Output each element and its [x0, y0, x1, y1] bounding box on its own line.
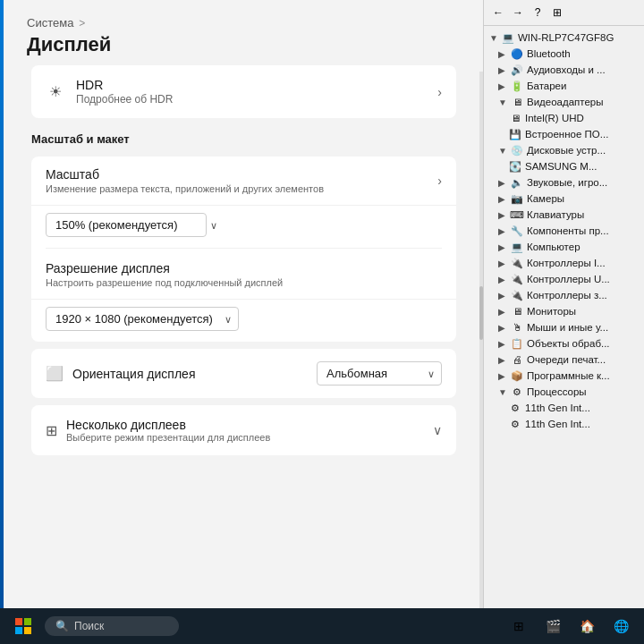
dm-keyboard-label: Клавиатуры: [527, 209, 584, 220]
dm-computer-item[interactable]: ▶ 💻 Компьютер: [484, 239, 644, 255]
dm-print-item[interactable]: ▶ 🖨 Очереди печат...: [484, 352, 644, 368]
taskbar-left: 🔍 Поиск: [9, 612, 179, 640]
dm-camera-label: Камеры: [527, 193, 564, 204]
dm-battery-item[interactable]: ▶ 🔋 Батареи: [484, 78, 644, 94]
dm-cpu2-item[interactable]: ⚙ 11th Gen Int...: [484, 416, 644, 432]
scroll-thumb[interactable]: [479, 286, 483, 340]
dm-bluetooth-label: Bluetooth: [527, 48, 571, 59]
hdr-item-left: ☀ HDR Подробнее об HDR: [46, 78, 173, 106]
search-icon: 🔍: [55, 620, 69, 632]
resolution-text: Разрешение дисплея Настроить разрешение …: [46, 261, 283, 288]
dm-ctrl-z-icon: 🔌: [511, 289, 523, 301]
taskbar-browser-button[interactable]: 🌐: [606, 612, 635, 640]
dm-camera-expand-icon: ▶: [498, 194, 507, 204]
dm-components-item[interactable]: ▶ 🔧 Компоненты пр...: [484, 223, 644, 239]
dm-cpu-label: Процессоры: [527, 386, 587, 397]
resolution-subtitle: Настроить разрешение под подключенный ди…: [46, 277, 283, 288]
dm-disk-item[interactable]: ▼ 💿 Дисковые устр...: [484, 142, 644, 158]
dm-audio-label: Аудиовходы и ...: [527, 64, 606, 75]
taskbar-camera-button[interactable]: 🎬: [538, 612, 567, 640]
dm-ctrl-i-icon: 🔌: [511, 257, 523, 269]
dm-camera-item[interactable]: ▶ 📷 Камеры: [484, 191, 644, 207]
dm-mouse-expand-icon: ▶: [498, 323, 507, 333]
dm-computer-tree-label: Компьютер: [527, 242, 580, 252]
resolution-row: Разрешение дисплея Настроить разрешение …: [31, 249, 456, 300]
dm-objects-item[interactable]: ▶ 📋 Объекты обраб...: [484, 335, 644, 352]
dm-mouse-item[interactable]: ▶ 🖱 Мыши и иные у...: [484, 319, 644, 335]
multi-display-icon: ⊞: [46, 422, 57, 439]
scale-section-header: Масштаб и макет: [31, 129, 456, 149]
dm-forward-button[interactable]: →: [509, 4, 527, 21]
dm-properties-button[interactable]: ⊞: [548, 4, 566, 21]
dm-print-icon: 🖨: [511, 353, 523, 366]
dm-help-button[interactable]: ?: [529, 4, 547, 21]
dm-ctrl-z-label: Контроллеры з...: [527, 290, 607, 301]
dm-bluetooth-item[interactable]: ▶ 🔵 Bluetooth: [484, 46, 644, 62]
multi-display-item[interactable]: ⊞ Несколько дисплеев Выберите режим през…: [31, 405, 456, 455]
dm-samsung-label: SAMSUNG M...: [525, 161, 597, 172]
dm-ctrl-z-expand-icon: ▶: [498, 291, 507, 301]
dm-cpu-item[interactable]: ▼ ⚙ Процессоры: [484, 384, 644, 400]
dm-components-icon: 🔧: [511, 225, 523, 237]
hdr-item[interactable]: ☀ HDR Подробнее об HDR ›: [31, 65, 456, 118]
dm-video-label: Видеоадаптеры: [527, 97, 604, 107]
dm-cpu-icon: ⚙: [511, 386, 523, 398]
dm-computer-root[interactable]: ▼ 💻 WIN-RLP7C47GF8G: [484, 30, 644, 46]
dm-disk-expand-icon: ▼: [498, 146, 507, 156]
dm-mouse-icon: 🖱: [511, 321, 523, 334]
taskbar-home-button[interactable]: 🏠: [572, 612, 601, 640]
hdr-text: HDR Подробнее об HDR: [76, 78, 173, 106]
dm-monitors-item[interactable]: ▶ 🖥 Мониторы: [484, 303, 644, 319]
dm-monitors-label: Мониторы: [527, 306, 576, 317]
orientation-dropdown[interactable]: Альбомная Книжная: [317, 361, 442, 386]
resolution-dropdown[interactable]: 1920 × 1080 (рекомендуется) 1280 × 720 1…: [46, 307, 239, 331]
scale-dropdown-row: 150% (рекомендуется) 100% 125% 175% 200%: [31, 206, 456, 248]
dm-video-icon: 🖥: [511, 96, 523, 108]
orientation-left: ⬜ Ориентация дисплея: [46, 365, 195, 382]
dm-monitors-icon: 🖥: [511, 305, 523, 318]
dm-intel-uhd-label: Intel(R) UHD: [525, 113, 584, 123]
dm-software-label: Программные к...: [527, 370, 610, 381]
dm-cpu1-item[interactable]: ⚙ 11th Gen Int...: [484, 400, 644, 416]
resolution-dropdown-row: 1920 × 1080 (рекомендуется) 1280 × 720 1…: [31, 300, 456, 342]
dm-computer-tree-icon: 💻: [511, 241, 523, 253]
dm-ctrl-i-item[interactable]: ▶ 🔌 Контроллеры I...: [484, 255, 644, 271]
taskbar: 🔍 Поиск ⊞ 🎬 🏠 🌐: [0, 608, 644, 644]
dm-samsung-item[interactable]: 💽 SAMSUNG M...: [484, 158, 644, 174]
dm-video-item[interactable]: ▼ 🖥 Видеоадаптеры: [484, 94, 644, 110]
breadcrumb-separator: >: [79, 17, 85, 30]
dm-bluetooth-icon: 🔵: [511, 47, 523, 60]
dm-print-expand-icon: ▶: [498, 355, 507, 365]
hdr-title: HDR: [76, 78, 173, 92]
orientation-item: ⬜ Ориентация дисплея Альбомная Книжная: [31, 349, 456, 398]
settings-content: ☀ HDR Подробнее об HDR › Масштаб и макет…: [0, 65, 483, 602]
dm-ctrl-u-label: Контроллеры U...: [527, 274, 610, 284]
dm-computer-label: WIN-RLP7C47GF8G: [518, 32, 614, 43]
dm-sound-icon: 🔈: [511, 176, 523, 189]
breadcrumb: Система >: [27, 16, 456, 30]
dm-root-expand-icon: ▼: [489, 33, 498, 43]
dm-back-button[interactable]: ←: [489, 4, 507, 21]
svg-rect-3: [24, 627, 31, 634]
dm-intel-uhd-icon: 🖥: [509, 112, 521, 124]
dm-camera-icon: 📷: [511, 192, 523, 205]
scale-dropdown[interactable]: 150% (рекомендуется) 100% 125% 175% 200%: [46, 213, 207, 237]
dm-sound-item[interactable]: ▶ 🔈 Звуковые, игро...: [484, 174, 644, 191]
dm-intel-uhd-item[interactable]: 🖥 Intel(R) UHD: [484, 110, 644, 126]
dm-firmware-item[interactable]: 💾 Встроенное ПО...: [484, 126, 644, 142]
dm-audio-item[interactable]: ▶ 🔊 Аудиовходы и ...: [484, 62, 644, 78]
dm-keyboard-item[interactable]: ▶ ⌨ Клавиатуры: [484, 207, 644, 223]
dm-ctrl-u-item[interactable]: ▶ 🔌 Контроллеры U...: [484, 271, 644, 287]
dm-keyboard-expand-icon: ▶: [498, 210, 507, 220]
search-bar[interactable]: 🔍 Поиск: [45, 616, 179, 636]
dm-sound-expand-icon: ▶: [498, 178, 507, 188]
hdr-subtitle: Подробнее об HDR: [76, 93, 173, 106]
resolution-select-wrapper: 1920 × 1080 (рекомендуется) 1280 × 720 1…: [46, 307, 239, 331]
taskbar-widgets-button[interactable]: ⊞: [504, 612, 533, 640]
dm-software-item[interactable]: ▶ 📦 Программные к...: [484, 368, 644, 384]
dm-firmware-label: Встроенное ПО...: [525, 129, 608, 140]
dm-battery-expand-icon: ▶: [498, 81, 507, 91]
start-button[interactable]: [9, 612, 38, 640]
scale-subtitle: Изменение размера текста, приложений и д…: [46, 183, 324, 194]
dm-ctrl-z-item[interactable]: ▶ 🔌 Контроллеры з...: [484, 287, 644, 303]
